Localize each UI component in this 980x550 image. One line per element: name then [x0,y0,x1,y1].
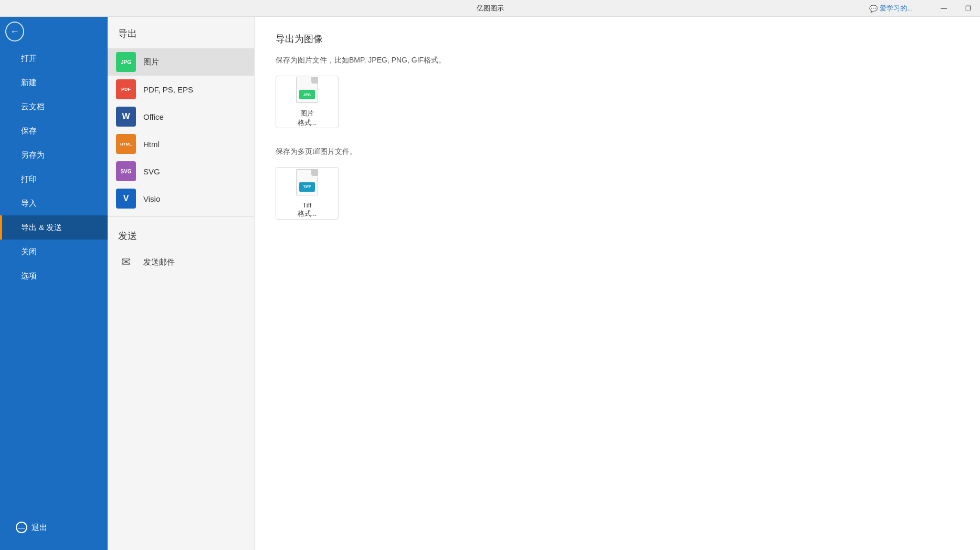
pdf-icon: PDF [116,79,136,99]
sidebar-menu: 打开 新建 云文档 保存 另存为 打印 导入 导出 & 发送 [0,46,108,515]
jpg-icon: JPG [116,52,136,72]
sidebar: ← 打开 新建 云文档 保存 另存为 打印 导入 [0,17,108,550]
window-controls: — ❐ [932,0,980,17]
tiff-description: 保存为多页tiff图片文件。 [276,147,959,157]
visio-icon: V [116,189,136,209]
middle-item-email[interactable]: ✉ 发送邮件 [108,248,254,276]
image-description: 保存为图片文件，比如BMP, JPEG, PNG, GIF格式。 [276,56,959,65]
middle-item-svg[interactable]: SVG SVG [108,158,254,185]
title-bar: 亿图图示 💬 爱学习的... — ❐ [0,0,980,17]
tiff-file-icon: TIFF [296,169,319,196]
image-cards: JPG 图片 格式... [276,76,959,128]
sidebar-item-import[interactable]: 导入 [0,191,108,215]
export-section-title: 导出 [108,17,254,48]
jpg-file-icon: JPG [296,76,319,103]
exit-icon: — [16,522,27,533]
sidebar-item-cloud[interactable]: 云文档 [0,95,108,119]
minimize-button[interactable]: — [932,0,956,17]
sidebar-item-open[interactable]: 打开 [0,46,108,70]
sidebar-item-exit[interactable]: — 退出 [0,515,108,539]
middle-panel: 导出 JPG 图片 PDF PDF, PS, EPS W Office HTML… [108,17,255,550]
sidebar-item-options[interactable]: 选项 [0,264,108,288]
chat-icon: 💬 [869,5,878,13]
middle-item-pdf[interactable]: PDF PDF, PS, EPS [108,76,254,103]
svg-icon: SVG [116,161,136,181]
sidebar-item-close[interactable]: 关闭 [0,240,108,264]
image-format-card[interactable]: JPG 图片 格式... [276,76,339,128]
send-section-title: 发送 [108,221,254,248]
sidebar-item-export[interactable]: 导出 & 发送 [0,215,108,240]
user-name: 爱学习的... [880,4,913,13]
restore-button[interactable]: ❐ [956,0,980,17]
middle-item-image[interactable]: JPG 图片 [108,48,254,76]
section-divider [108,216,254,217]
back-button[interactable]: ← [0,17,29,46]
tiff-cards: TIFF Tiff 格式... [276,167,959,220]
content-title: 导出为图像 [276,33,959,45]
content-area: 导出为图像 保存为图片文件，比如BMP, JPEG, PNG, GIF格式。 J… [255,17,980,550]
email-icon: ✉ [116,252,136,272]
word-icon: W [116,107,136,127]
app-title: 亿图图示 [477,4,504,13]
tiff-format-card[interactable]: TIFF Tiff 格式... [276,167,339,220]
middle-item-office[interactable]: W Office [108,103,254,130]
sidebar-item-save-as[interactable]: 另存为 [0,143,108,167]
user-area[interactable]: 💬 爱学习的... [865,0,917,17]
middle-item-html[interactable]: HTML Html [108,130,254,158]
sidebar-item-save[interactable]: 保存 [0,119,108,143]
middle-item-visio[interactable]: V Visio [108,185,254,212]
main-layout: ← 打开 新建 云文档 保存 另存为 打印 导入 [0,17,980,550]
back-icon: ← [5,22,24,41]
sidebar-item-new[interactable]: 新建 [0,70,108,95]
sidebar-item-print[interactable]: 打印 [0,167,108,191]
html-icon: HTML [116,134,136,154]
